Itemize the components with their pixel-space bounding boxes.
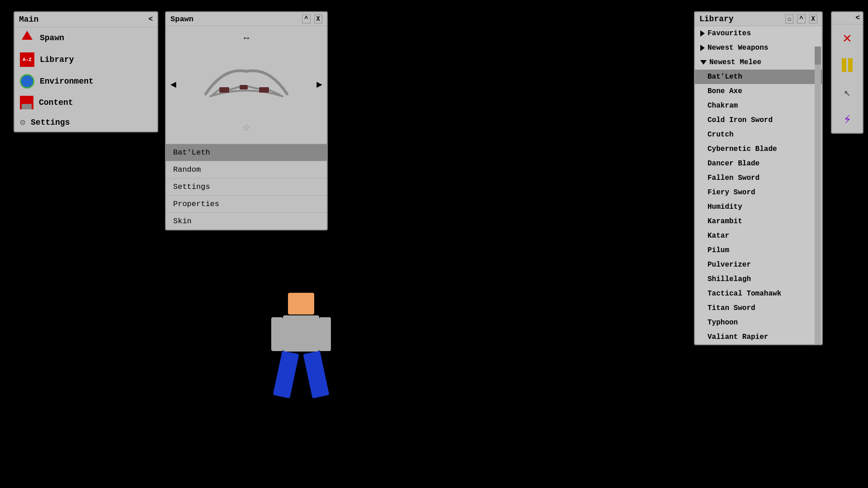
- library-item-shillelagh[interactable]: Shillelagh: [695, 272, 822, 286]
- newest-weapons-expand-icon: [700, 45, 705, 51]
- main-panel-title: Main: [19, 15, 38, 24]
- toolbar-cursor-btn[interactable]: ↖: [836, 81, 858, 103]
- settings-icon: ⚙: [20, 117, 25, 128]
- lightning-icon: ⚡: [842, 111, 853, 127]
- library-scrollbar[interactable]: [815, 47, 821, 344]
- character-head: [288, 293, 314, 314]
- main-menu-settings-label: Settings: [31, 118, 70, 127]
- library-item-pilum[interactable]: Pilum: [695, 243, 822, 258]
- library-item-humidity-label: Humidity: [708, 203, 742, 211]
- main-menu-spawn-label: Spawn: [40, 33, 64, 42]
- spawn-panel-title: Spawn: [170, 15, 193, 23]
- main-menu-content[interactable]: Content: [14, 92, 157, 113]
- library-item-bone-axe[interactable]: Bone Axe: [695, 84, 822, 99]
- library-panel-title: Library: [699, 14, 734, 23]
- library-item-katar[interactable]: Katar: [695, 229, 822, 243]
- library-item-fiery-sword[interactable]: Fiery Sword: [695, 185, 822, 200]
- library-item-batleth[interactable]: Bat'Leth: [695, 70, 822, 84]
- main-panel-titlebar: Main <: [14, 12, 157, 27]
- right-toolbar-collapse-btn[interactable]: <: [855, 14, 860, 22]
- library-item-humidity[interactable]: Humidity: [695, 200, 822, 214]
- character-torso: [283, 315, 319, 352]
- library-scrollbar-thumb[interactable]: [815, 47, 821, 65]
- library-item-pulverizer[interactable]: Pulverizer: [695, 258, 822, 272]
- library-item-titan-sword-label: Titan Sword: [708, 304, 755, 312]
- spawn-menu-batleth[interactable]: Bat'Leth: [166, 144, 327, 161]
- newest-melee-label: Newest Melee: [709, 58, 761, 66]
- main-menu-spawn[interactable]: Spawn: [14, 27, 157, 49]
- library-panel-controls: ⌂ ^ X: [785, 14, 817, 23]
- spawn-minimize-btn[interactable]: ^: [302, 14, 310, 23]
- library-item-tactical-tomahawk-label: Tactical Tomahawk: [708, 290, 781, 298]
- spawn-menu-properties[interactable]: Properties: [166, 195, 327, 212]
- toolbar-close-btn[interactable]: ✕: [836, 27, 858, 49]
- main-menu-content-label: Content: [39, 98, 73, 107]
- library-item-titan-sword[interactable]: Titan Sword: [695, 301, 822, 315]
- spawn-preview-area: ↔ ◄ ► ☆: [166, 26, 327, 144]
- library-section-newest-weapons[interactable]: Newest Weapons: [695, 41, 822, 55]
- library-item-bone-axe-label: Bone Axe: [708, 87, 742, 95]
- toolbar-lightning-btn[interactable]: ⚡: [836, 108, 858, 130]
- main-menu-environment-label: Environment: [40, 77, 94, 86]
- library-panel-titlebar: Library ⌂ ^ X: [695, 12, 822, 26]
- library-item-cybernetic-blade[interactable]: Cybernetic Blade: [695, 142, 822, 156]
- library-icon: A-Z: [20, 52, 34, 67]
- favourites-expand-icon: [700, 30, 705, 37]
- library-item-typhoon[interactable]: Typhoon: [695, 315, 822, 330]
- library-section-favourites[interactable]: Favourites: [695, 26, 822, 41]
- library-item-shillelagh-label: Shillelagh: [708, 275, 751, 283]
- pause-icon: [842, 58, 853, 72]
- spawn-nav-left-btn[interactable]: ◄: [170, 80, 176, 91]
- character-legs: [282, 352, 320, 398]
- library-item-karambit[interactable]: Karambit: [695, 214, 822, 229]
- library-item-chakram-label: Chakram: [708, 102, 738, 110]
- spawn-menu-random[interactable]: Random: [166, 161, 327, 178]
- library-item-fallen-sword-label: Fallen Sword: [708, 174, 760, 182]
- spawn-panel-titlebar: Spawn ^ X: [166, 12, 327, 26]
- library-item-valiant-rapier[interactable]: Valiant Rapier: [695, 330, 822, 344]
- spawn-menu-skin[interactable]: Skin: [166, 212, 327, 230]
- newest-melee-expand-icon: [700, 60, 707, 65]
- library-home-btn[interactable]: ⌂: [785, 14, 793, 23]
- spawn-menu-settings[interactable]: Settings: [166, 178, 327, 195]
- main-menu-settings[interactable]: ⚙ Settings: [14, 113, 157, 131]
- spawn-close-btn[interactable]: X: [314, 14, 322, 23]
- svg-rect-0: [219, 87, 229, 93]
- library-close-btn[interactable]: X: [809, 14, 817, 23]
- main-menu-library[interactable]: A-Z Library: [14, 49, 157, 70]
- spawn-icon: [20, 31, 34, 45]
- character-arm-left: [271, 317, 283, 351]
- character-leg-right: [303, 351, 329, 399]
- spawn-favourite-star[interactable]: ☆: [243, 119, 250, 135]
- main-menu-environment[interactable]: Environment: [14, 70, 157, 92]
- library-item-chakram[interactable]: Chakram: [695, 99, 822, 113]
- library-scroll-area: Favourites Newest Weapons Newest Melee B…: [695, 26, 822, 344]
- library-item-crutch[interactable]: Crutch: [695, 127, 822, 142]
- spawn-arrows-h: ↔: [244, 33, 249, 43]
- main-panel-collapse-btn[interactable]: <: [148, 15, 153, 23]
- library-item-cybernetic-blade-label: Cybernetic Blade: [708, 145, 777, 153]
- svg-rect-1: [240, 85, 248, 89]
- library-minimize-btn[interactable]: ^: [797, 14, 805, 23]
- character: [271, 293, 331, 398]
- library-section-newest-melee[interactable]: Newest Melee: [695, 55, 822, 70]
- spawn-panel-controls: ^ X: [302, 14, 322, 23]
- library-item-pulverizer-label: Pulverizer: [708, 261, 751, 269]
- library-item-fiery-sword-label: Fiery Sword: [708, 188, 755, 197]
- weapon-preview: [197, 53, 296, 117]
- library-item-cold-iron-sword[interactable]: Cold Iron Sword: [695, 113, 822, 127]
- svg-line-5: [248, 86, 259, 89]
- spawn-menu-batleth-label: Bat'Leth: [173, 148, 210, 157]
- library-item-crutch-label: Crutch: [708, 131, 734, 139]
- right-toolbar-titlebar: <: [832, 12, 863, 24]
- batleth-weapon-image: [201, 62, 292, 108]
- spawn-nav-right-btn[interactable]: ►: [316, 80, 322, 91]
- library-item-dancer-blade[interactable]: Dancer Blade: [695, 156, 822, 171]
- environment-icon: [20, 74, 34, 89]
- newest-weapons-label: Newest Weapons: [708, 44, 768, 52]
- character-arm-right: [319, 317, 331, 351]
- library-item-fallen-sword[interactable]: Fallen Sword: [695, 171, 822, 185]
- toolbar-pause-btn[interactable]: [836, 54, 858, 76]
- library-item-tactical-tomahawk[interactable]: Tactical Tomahawk: [695, 286, 822, 301]
- library-item-typhoon-label: Typhoon: [708, 319, 738, 327]
